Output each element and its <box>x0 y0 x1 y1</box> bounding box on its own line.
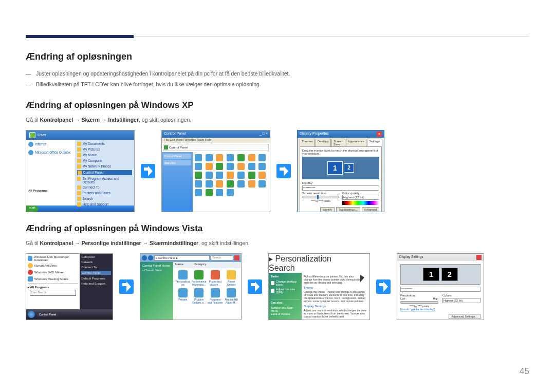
controlpanel-icon <box>78 171 82 175</box>
path-seg-2: Personlige indstillinger <box>82 240 141 246</box>
programs-icon <box>77 177 81 181</box>
performance-icon <box>194 270 203 279</box>
sidebar-title: Control Panel Home <box>142 264 171 267</box>
cp-item-icon <box>216 154 223 161</box>
cp-item-icon <box>227 163 234 170</box>
path-vista: Gå til Kontrolpanel → Personlige indstil… <box>26 240 529 246</box>
cp-item: Realtek HD Audio M... <box>224 298 239 304</box>
cp-item-icon <box>195 163 202 170</box>
forward-icon <box>148 255 153 260</box>
description-text: Adjust your monitor resolution, which ch… <box>304 309 367 318</box>
cp-item-icon <box>248 172 255 179</box>
path-seg-3: Indstillinger <box>108 117 139 123</box>
search-field: Search <box>211 255 233 260</box>
dvdmaker-icon <box>28 270 33 275</box>
description-text: Change the theme. Themes can change a wi… <box>304 290 367 303</box>
task-link: Adjust font size (DPI) <box>276 288 300 294</box>
resolution-slider <box>400 301 438 304</box>
cp-item: Performance Informatio... <box>192 280 207 286</box>
cp-item: Personalizati on <box>175 280 191 286</box>
problemreports-icon <box>194 288 203 297</box>
cp-item-icon <box>248 163 255 170</box>
xp-screenshot-row: User Internet Microsoft Office Outlook A… <box>26 130 529 212</box>
monitor-combo: ********** <box>400 287 480 292</box>
cp-item-icon <box>227 189 234 196</box>
phone-icon <box>211 270 220 279</box>
monitor-1-icon: 1 <box>327 161 343 175</box>
address-bar: ▸ Control Panel ▸ <box>154 255 210 260</box>
start-item: Connect To <box>81 266 111 269</box>
slider-low: Low <box>400 297 405 300</box>
cp-item: Programs and Features <box>208 298 223 304</box>
color-label: Colors: <box>442 294 480 297</box>
cp-item-icon <box>195 172 202 179</box>
screenshot-xp-start-menu: User Internet Microsoft Office Outlook A… <box>26 130 135 212</box>
description-text: Pick a different mouse pointer. You can … <box>304 275 367 284</box>
font-size-icon <box>271 289 274 293</box>
start-item: Set Program Access and Defaults <box>82 177 132 184</box>
start-item: Windows Meeting Space <box>34 277 68 281</box>
cp-item: Phone and Modem ... <box>208 280 223 286</box>
cp-icon <box>164 145 168 150</box>
path-prefix: Gå til <box>26 240 40 246</box>
heading-main: Ændring af opløsningen <box>26 51 529 62</box>
monitor-2-icon: 2 <box>441 268 458 281</box>
all-programs: All Programs <box>28 189 73 192</box>
cp-item: Power Options <box>224 280 239 286</box>
cp-item-icon <box>206 189 213 196</box>
window-chrome: ▸ Control Panel ▸ Search <box>140 254 241 262</box>
cp-item-icon <box>237 180 245 188</box>
path-seg-1: Kontrolpanel <box>40 240 73 246</box>
screenshot-vista-personalization: ▸ Personalization Search Tasks Change de… <box>268 253 370 320</box>
printers-icon <box>178 288 188 297</box>
messenger-icon <box>28 256 32 261</box>
outlook-icon <box>28 150 33 155</box>
tasks-sidebar: Tasks Change desktop icons Adjust font s… <box>269 273 302 320</box>
theme-heading: Theme <box>304 286 367 289</box>
start-item: My Music <box>83 153 97 157</box>
sidebar-box: See Also <box>163 160 191 165</box>
cp-item-icon <box>195 189 202 196</box>
header-accent-bar <box>26 35 134 38</box>
path-suffix: , og skift indstillingen. <box>198 240 250 246</box>
cp-item-icon <box>206 163 213 170</box>
see-also-link: Ease of Access <box>271 312 300 315</box>
window-title: Display Properties× <box>298 130 384 138</box>
arrow-right-icon <box>276 164 291 178</box>
folder-icon <box>77 153 81 157</box>
start-item: Help and Support <box>83 202 109 207</box>
help-icon <box>77 202 81 207</box>
start-item: My Documents <box>83 142 105 146</box>
cp-item-icon <box>258 154 266 161</box>
arrow-sep: → <box>73 240 81 246</box>
window-chrome: ▸ Personalization Search <box>269 254 369 273</box>
tab-desktop: Desktop <box>316 139 331 146</box>
screenshot-vista-control-panel: ▸ Control Panel ▸ Search Control Panel H… <box>140 253 242 320</box>
start-item: Connect To <box>83 185 100 190</box>
screenshot-xp-display-properties: Display Properties× Themes Desktop Scree… <box>297 130 384 212</box>
user-name: User <box>38 133 46 137</box>
cp-item-icon <box>206 154 213 161</box>
computer-icon <box>77 159 81 163</box>
heading-xp: Ændring af opløsningen på Windows XP <box>26 100 529 110</box>
help-link: How do I get the best display? <box>400 308 480 311</box>
close-icon <box>476 255 482 260</box>
arrow-right-icon <box>119 279 134 294</box>
avatar-icon <box>29 132 35 138</box>
start-item: My Network Places <box>83 164 112 169</box>
personalization-main: Pick a different mouse pointer. You can … <box>302 273 369 320</box>
display-combo: ********** <box>302 185 379 191</box>
vista-screenshot-row: Windows Live Messenger Download Norton A… <box>26 253 529 320</box>
arrow-right-icon <box>376 279 391 294</box>
tab-themes: Themes <box>300 139 315 146</box>
start-item-selected: Control Panel <box>81 271 111 275</box>
close-icon: × <box>377 132 382 137</box>
arrow-sep: → <box>100 117 108 123</box>
see-also-title: See also <box>271 301 300 304</box>
vista-taskbar: Control Panel <box>26 309 113 320</box>
page-content: Ændring af opløsningen Juster opløsninge… <box>26 51 529 320</box>
tab-settings: Settings <box>367 139 382 146</box>
window-title: Control Panel_ □ × <box>162 130 270 138</box>
path-suffix: , og skift opløsningen. <box>139 117 191 123</box>
cp-item-icon <box>237 172 245 179</box>
